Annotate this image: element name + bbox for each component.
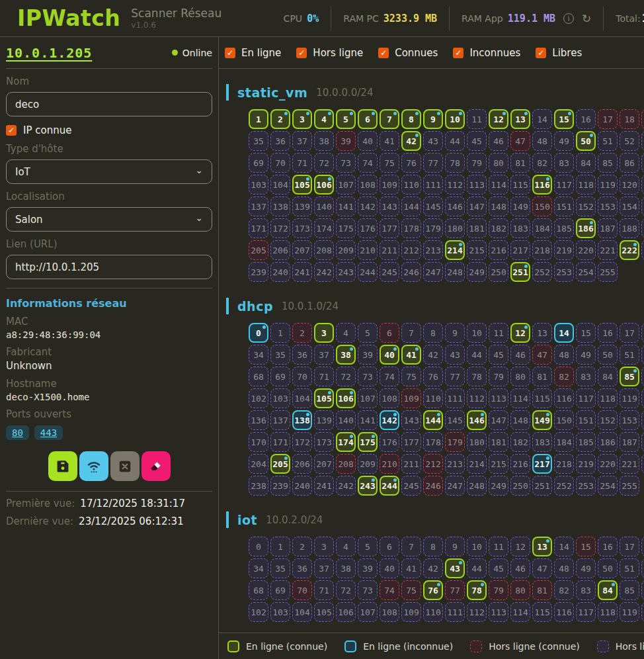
filter-checkbox-inconnues[interactable]: ✓Inconnues	[453, 47, 520, 59]
ip-cell[interactable]: 72	[336, 580, 356, 600]
ip-cell[interactable]: 16	[598, 537, 618, 556]
ip-cell[interactable]: 75	[401, 367, 421, 386]
ip-cell[interactable]: 77	[423, 153, 443, 173]
ip-cell[interactable]: 4	[314, 109, 334, 129]
ip-cell[interactable]: 215	[489, 454, 508, 474]
ip-cell[interactable]: 81	[532, 367, 552, 386]
ip-cell[interactable]: 78	[467, 367, 487, 386]
ip-cell[interactable]: 148	[489, 197, 508, 216]
ip-cell[interactable]: 104	[292, 602, 312, 622]
ip-cell[interactable]: 151	[554, 197, 574, 216]
ip-cell[interactable]: 0	[249, 537, 268, 556]
ip-cell[interactable]: 185	[576, 432, 596, 452]
ip-cell[interactable]: 222	[620, 240, 639, 260]
ip-cell[interactable]: 47	[532, 345, 552, 365]
ip-cell[interactable]: 13	[510, 109, 530, 129]
ip-cell[interactable]: 85	[620, 367, 639, 386]
ip-cell[interactable]: 76	[423, 580, 443, 600]
filter-checkbox-libres[interactable]: ✓Libres	[536, 47, 582, 59]
ip-cell[interactable]: 153	[598, 197, 618, 216]
ip-cell[interactable]: 6	[358, 109, 378, 129]
ip-cell[interactable]: 49	[576, 558, 596, 578]
ip-cell[interactable]: 175	[358, 432, 378, 452]
ip-cell[interactable]: 34	[249, 345, 268, 365]
ip-cell[interactable]: 138	[292, 410, 312, 430]
ip-cell[interactable]: 108	[380, 388, 399, 408]
ip-cell[interactable]: 110	[423, 602, 443, 622]
ip-cell[interactable]: 214	[467, 454, 487, 474]
ip-cell[interactable]: 53	[641, 131, 644, 151]
ip-cell[interactable]: 42	[401, 131, 421, 151]
ip-cell[interactable]: 221	[598, 240, 618, 260]
ip-cell[interactable]: 174	[336, 432, 356, 452]
ip-cell[interactable]: 80	[510, 367, 530, 386]
ip-cell[interactable]: 51	[598, 131, 618, 151]
ip-cell[interactable]: 2	[270, 109, 290, 129]
ip-cell[interactable]: 41	[380, 131, 399, 151]
ip-cell[interactable]: 17	[598, 109, 618, 129]
ip-cell[interactable]: 240	[292, 476, 312, 496]
ip-cell[interactable]: 204	[249, 454, 268, 474]
ip-cell[interactable]: 117	[576, 388, 596, 408]
ip-cell[interactable]: 150	[554, 410, 574, 430]
ip-cell[interactable]: 206	[270, 240, 290, 260]
ip-cell[interactable]: 214	[445, 240, 465, 260]
ip-cell[interactable]: 108	[358, 175, 378, 195]
ip-cell[interactable]: 50	[598, 558, 618, 578]
ip-cell[interactable]: 84	[598, 580, 618, 600]
ip-cell[interactable]: 246	[401, 262, 421, 282]
port-badge[interactable]: 443	[34, 425, 63, 440]
ip-cell[interactable]: 84	[598, 367, 618, 386]
ip-cell[interactable]: 188	[620, 218, 639, 238]
ip-cell[interactable]: 177	[380, 218, 399, 238]
ip-cell[interactable]: 243	[336, 262, 356, 282]
ip-cell[interactable]: 35	[270, 345, 290, 365]
ip-cell[interactable]: 5	[358, 537, 378, 556]
ip-cell[interactable]: 140	[314, 197, 334, 216]
ip-cell[interactable]: 223	[641, 240, 644, 260]
ip-cell[interactable]: 105	[314, 602, 334, 622]
ip-cell[interactable]: 114	[510, 388, 530, 408]
ip-cell[interactable]: 115	[532, 388, 552, 408]
ip-cell[interactable]: 212	[401, 240, 421, 260]
ip-cell[interactable]: 112	[467, 388, 487, 408]
ip-cell[interactable]: 178	[423, 432, 443, 452]
ip-cell[interactable]: 72	[336, 367, 356, 386]
ip-cell[interactable]: 249	[467, 262, 487, 282]
ip-cell[interactable]: 80	[510, 580, 530, 600]
ip-cell[interactable]: 40	[380, 558, 399, 578]
filter-checkbox-en-ligne[interactable]: ✓En ligne	[225, 47, 281, 59]
ip-cell[interactable]: 51	[620, 345, 639, 365]
ip-cell[interactable]: 208	[314, 240, 334, 260]
ip-cell[interactable]: 40	[358, 131, 378, 151]
ip-cell[interactable]: 105	[292, 175, 312, 195]
ip-cell[interactable]: 252	[532, 262, 552, 282]
ip-cell[interactable]: 12	[510, 537, 530, 556]
ip-cell[interactable]: 184	[532, 218, 552, 238]
ip-cell[interactable]: 147	[467, 197, 487, 216]
ip-cell[interactable]: 109	[401, 602, 421, 622]
ip-cell[interactable]: 106	[336, 388, 356, 408]
ip-cell[interactable]: 43	[445, 558, 465, 578]
ip-cell[interactable]: 83	[576, 580, 596, 600]
ip-cell[interactable]: 45	[489, 345, 508, 365]
ip-cell[interactable]: 2	[292, 323, 312, 343]
ip-cell[interactable]: 109	[380, 175, 399, 195]
filter-checkbox-connues[interactable]: ✓Connues	[378, 47, 438, 59]
ip-cell[interactable]: 8	[423, 537, 443, 556]
ip-cell[interactable]: 211	[380, 240, 399, 260]
ip-cell[interactable]: 149	[532, 410, 552, 430]
erase-button[interactable]	[141, 451, 171, 481]
ip-cell[interactable]: 46	[489, 131, 508, 151]
ip-cell[interactable]: 143	[401, 410, 421, 430]
ip-cell[interactable]: 239	[270, 476, 290, 496]
ip-cell[interactable]: 244	[358, 262, 378, 282]
ip-cell[interactable]: 12	[489, 109, 508, 129]
ip-cell[interactable]: 155	[641, 197, 644, 216]
ip-cell[interactable]: 77	[445, 580, 465, 600]
ip-cell[interactable]: 0	[249, 323, 268, 343]
ip-cell[interactable]: 238	[249, 476, 268, 496]
ip-cell[interactable]: 141	[336, 197, 356, 216]
ip-cell[interactable]: 178	[401, 218, 421, 238]
ip-cell[interactable]: 217	[510, 240, 530, 260]
